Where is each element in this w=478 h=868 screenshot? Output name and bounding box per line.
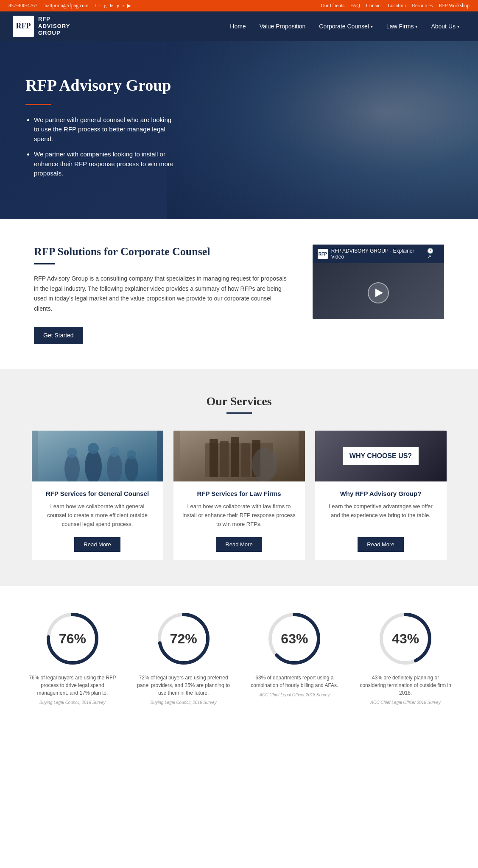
stat-item-0: 76% 76% of legal buyers are using the RF…	[26, 611, 119, 705]
nav-home[interactable]: Home	[224, 19, 252, 33]
nav-about-us[interactable]: About Us ▾	[425, 19, 465, 33]
hero-divider	[25, 104, 51, 105]
card-text-general-counsel: Learn how we collaborate with general co…	[40, 502, 155, 529]
nav-bar: RFP RFPADVISORYGROUP Home Value Proposit…	[0, 11, 478, 41]
stat-circle-3: 43%	[378, 611, 433, 666]
svg-point-4	[88, 443, 99, 454]
stat-circle-0: 76%	[45, 611, 100, 666]
card-text-law-firms: Learn how we collaborate with law firms …	[182, 502, 296, 529]
stat-source-2: ACC Chief Legal Officer 2018 Survey	[260, 693, 330, 697]
stat-text-1: 72% of legal buyers are using preferred …	[137, 674, 230, 697]
resources-link[interactable]: Resources	[412, 3, 433, 9]
nav-law-firms[interactable]: Law Firms ▾	[380, 19, 424, 33]
chevron-down-icon: ▾	[371, 24, 373, 29]
svg-point-2	[67, 448, 77, 458]
service-card-general-counsel: RFP Services for General Counsel Learn h…	[32, 431, 163, 560]
hero-bullet-2: We partner with companies looking to ins…	[34, 150, 178, 178]
solutions-right: RFP RFP ADVISORY GROUP - Explainer Video…	[313, 245, 444, 319]
video-logo: RFP	[318, 249, 328, 259]
video-thumbnail[interactable]: RFP RFP ADVISORY GROUP - Explainer Video…	[313, 245, 444, 319]
svg-point-8	[127, 450, 136, 459]
card-title-why-choose: Why RFP Advisory Group?	[324, 490, 438, 497]
card-title-general-counsel: RFP Services for General Counsel	[40, 490, 155, 497]
solutions-section: RFP Solutions for Corporate Counsel RFP …	[0, 219, 478, 369]
instagram-icon[interactable]: in	[110, 3, 114, 8]
email-link[interactable]: mattprinn@rfpag.com	[43, 3, 89, 9]
meeting-illustration	[32, 431, 163, 481]
services-cards: RFP Services for General Counsel Learn h…	[25, 431, 453, 560]
contact-link[interactable]: Contact	[366, 3, 382, 9]
video-body[interactable]	[313, 263, 444, 319]
nav-corporate-counsel[interactable]: Corporate Counsel ▾	[313, 19, 379, 33]
pinterest-icon[interactable]: p	[117, 3, 119, 8]
stat-source-3: ACC Chief Legal Officer 2018 Survey	[370, 700, 441, 705]
stat-source-0: Buying Legal Council, 2016 Survey	[39, 700, 106, 705]
svg-rect-13	[231, 437, 239, 477]
svg-rect-11	[210, 439, 218, 477]
solutions-divider	[34, 263, 55, 264]
logo[interactable]: RFP RFPADVISORYGROUP	[13, 16, 70, 37]
why-choose-sign: WHY CHOOSE US?	[343, 447, 419, 465]
card-body-law-firms: RFP Services for Law Firms Learn how we …	[173, 481, 305, 560]
lawfirm-illustration	[173, 431, 305, 481]
hero-background	[167, 41, 478, 219]
solutions-left: RFP Solutions for Corporate Counsel RFP …	[34, 245, 287, 344]
chevron-down-icon: ▾	[457, 24, 459, 29]
svg-point-6	[109, 447, 120, 457]
services-section: Our Services	[0, 369, 478, 586]
stat-item-2: 63% 63% of departments report using a co…	[248, 611, 341, 697]
hero-title: RFP Advisory Group	[25, 76, 178, 95]
solutions-title: RFP Solutions for Corporate Counsel	[34, 245, 287, 259]
google-icon[interactable]: g	[104, 3, 106, 8]
card-body-general-counsel: RFP Services for General Counsel Learn h…	[32, 481, 163, 560]
services-title: Our Services	[25, 395, 453, 408]
stat-number-1: 72%	[170, 631, 197, 647]
read-more-why-choose[interactable]: Read More	[358, 537, 403, 552]
location-link[interactable]: Location	[388, 3, 406, 9]
read-more-general-counsel[interactable]: Read More	[74, 537, 120, 552]
our-clients-link[interactable]: Our Clients	[321, 3, 344, 9]
stat-text-0: 76% of legal buyers are using the RFP pr…	[26, 674, 119, 697]
stat-text-3: 43% are definitely planning or consideri…	[359, 674, 452, 697]
facebook-icon[interactable]: f	[95, 3, 96, 8]
svg-point-7	[125, 456, 138, 481]
services-title-wrap: Our Services	[25, 395, 453, 414]
get-started-button[interactable]: Get Started	[34, 327, 83, 344]
top-bar-left: 857-400-4767 mattprinn@rfpag.com f t g i…	[8, 3, 131, 9]
tumblr-icon[interactable]: t	[123, 3, 124, 8]
nav-links: Home Value Proposition Corporate Counsel…	[224, 19, 465, 33]
stat-item-3: 43% 43% are definitely planning or consi…	[359, 611, 452, 705]
phone-link[interactable]: 857-400-4767	[8, 3, 37, 9]
faq-link[interactable]: FAQ	[350, 3, 360, 9]
logo-icon: RFP	[13, 16, 34, 37]
video-header: RFP RFP ADVISORY GROUP - Explainer Video…	[313, 245, 444, 263]
card-image-whychoose: WHY CHOOSE US?	[315, 431, 447, 481]
svg-point-16	[252, 448, 277, 481]
card-image-lawfirm	[173, 431, 305, 481]
stat-source-1: Buying Legal Council, 2016 Survey	[151, 700, 217, 705]
stat-number-0: 76%	[59, 631, 86, 647]
twitter-icon[interactable]: t	[99, 3, 101, 8]
stat-circle-2: 63%	[267, 611, 322, 666]
social-icons: f t g in p t ▶	[95, 3, 131, 8]
top-bar-right: Our Clients FAQ Contact Location Resourc…	[321, 3, 470, 9]
hero-bullets: We partner with general counsel who are …	[25, 115, 178, 178]
service-card-law-firms: RFP Services for Law Firms Learn how we …	[173, 431, 305, 560]
stat-number-3: 43%	[392, 631, 419, 647]
card-title-law-firms: RFP Services for Law Firms	[182, 490, 296, 497]
svg-rect-12	[220, 441, 229, 477]
play-icon	[375, 289, 383, 297]
play-button[interactable]	[368, 282, 389, 303]
svg-rect-14	[241, 443, 250, 477]
rfp-workshop-link[interactable]: RFP Workshop	[439, 3, 470, 9]
youtube-icon[interactable]: ▶	[127, 3, 131, 8]
video-controls: 🕐 ↗	[427, 248, 439, 260]
video-header-left: RFP RFP ADVISORY GROUP - Explainer Video	[318, 248, 427, 260]
read-more-law-firms[interactable]: Read More	[216, 537, 262, 552]
services-title-underline	[226, 412, 252, 414]
stat-number-2: 63%	[281, 631, 308, 647]
hero-bullet-1: We partner with general counsel who are …	[34, 115, 178, 144]
logo-text: RFPADVISORYGROUP	[38, 16, 70, 37]
nav-value-proposition[interactable]: Value Proposition	[254, 19, 312, 33]
stat-circle-1: 72%	[156, 611, 211, 666]
